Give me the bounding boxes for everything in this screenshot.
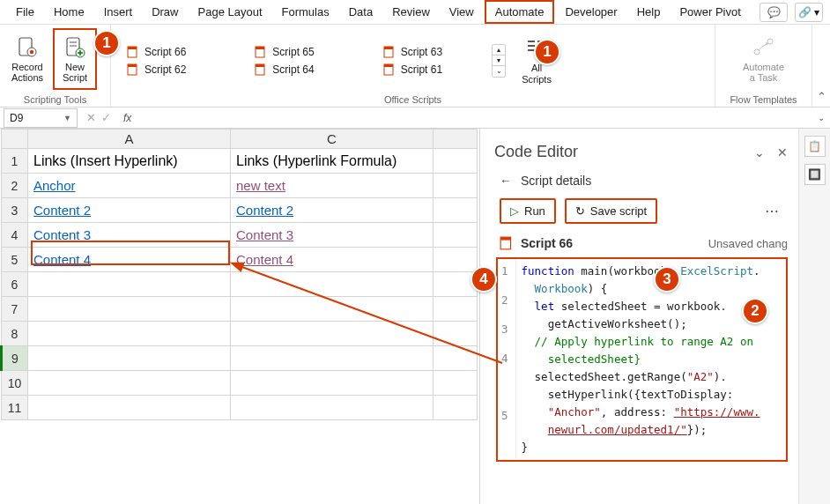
menu-file[interactable]: File bbox=[7, 2, 43, 22]
menu-view[interactable]: View bbox=[441, 2, 483, 22]
spreadsheet-area[interactable]: A C 1 Links (Insert Hyperlink) Links (Hy… bbox=[0, 129, 479, 504]
menu-automate[interactable]: Automate bbox=[485, 0, 555, 24]
name-box[interactable]: D9 ▼ bbox=[4, 108, 78, 128]
menu-help[interactable]: Help bbox=[628, 2, 670, 22]
code-editor[interactable]: 1 2 3 4 5 function main(workbook: ExcelS… bbox=[496, 257, 788, 462]
cell-a4[interactable]: Content 3 bbox=[28, 223, 231, 248]
script-item-65[interactable]: Script 65 bbox=[251, 44, 317, 60]
breadcrumb-label: Script details bbox=[521, 174, 591, 188]
cell-d2[interactable] bbox=[434, 174, 478, 198]
svg-rect-31 bbox=[500, 237, 510, 240]
menu-page-layout[interactable]: Page Layout bbox=[189, 2, 271, 22]
share-button[interactable]: 🔗 ▾ bbox=[795, 3, 823, 22]
cell-c4[interactable]: Content 3 bbox=[231, 223, 434, 248]
cell-a3[interactable]: Content 2 bbox=[28, 198, 231, 223]
cell-d1[interactable] bbox=[434, 149, 478, 174]
formula-bar: D9 ▼ ✕ ✓ fx ⌄ bbox=[0, 107, 830, 129]
sidebar-icon-1[interactable]: 📋 bbox=[804, 136, 826, 157]
record-actions-button[interactable]: RecordActions bbox=[5, 28, 49, 90]
cell-a2[interactable]: Anchor bbox=[28, 174, 231, 198]
panel-title: Code Editor bbox=[494, 143, 578, 161]
cell-c1[interactable]: Links (Hyperlink Formula) bbox=[231, 149, 434, 174]
run-script-button[interactable]: ▷ Run bbox=[500, 198, 556, 224]
menu-power-pivot[interactable]: Power Pivot bbox=[671, 2, 749, 22]
flow-icon bbox=[752, 35, 776, 60]
group-flow-templates-label: Flow Templates bbox=[721, 93, 806, 105]
scroll-down-icon[interactable]: ▾ bbox=[493, 56, 505, 66]
scroll-expand-icon[interactable]: ⌄ bbox=[493, 66, 505, 77]
cell-d5[interactable] bbox=[434, 248, 478, 272]
sidebar-icon-2[interactable]: 🔲 bbox=[804, 164, 826, 185]
unsaved-status: Unsaved chang bbox=[708, 237, 788, 250]
row-header-1[interactable]: 1 bbox=[2, 149, 28, 174]
group-scripting-tools-label: Scripting Tools bbox=[5, 93, 105, 105]
cell-a1[interactable]: Links (Insert Hyperlink) bbox=[28, 149, 231, 174]
select-all-corner[interactable] bbox=[2, 130, 28, 149]
ribbon-collapse-button[interactable]: ⌃ bbox=[812, 25, 830, 107]
formula-bar-expand[interactable]: ⌄ bbox=[812, 113, 830, 122]
accept-formula-icon[interactable]: ✓ bbox=[101, 111, 111, 124]
comments-button[interactable]: 💬 bbox=[760, 3, 788, 22]
script-item-63[interactable]: Script 63 bbox=[380, 44, 446, 60]
row-header-6[interactable]: 6 bbox=[2, 272, 28, 297]
play-icon: ▷ bbox=[510, 204, 519, 218]
svg-rect-20 bbox=[384, 64, 393, 67]
svg-point-2 bbox=[30, 50, 33, 54]
menu-draw[interactable]: Draw bbox=[143, 2, 187, 22]
cell-a5[interactable]: Content 4 bbox=[28, 248, 231, 272]
svg-rect-16 bbox=[256, 64, 264, 67]
record-icon bbox=[15, 35, 40, 60]
row-header-11[interactable]: 11 bbox=[2, 396, 28, 420]
back-arrow-icon[interactable]: ← bbox=[500, 174, 512, 188]
menu-review[interactable]: Review bbox=[383, 2, 439, 22]
svg-rect-14 bbox=[256, 47, 264, 49]
annotation-badge-4: 4 bbox=[471, 266, 497, 293]
script-name-label: Script 66 bbox=[521, 236, 573, 250]
cell-c3[interactable]: Content 2 bbox=[231, 198, 434, 223]
row-header-5[interactable]: 5 bbox=[2, 248, 28, 272]
col-header-a[interactable]: A bbox=[28, 130, 231, 149]
script-item-66[interactable]: Script 66 bbox=[123, 44, 189, 60]
cell-d3[interactable] bbox=[434, 198, 478, 223]
col-header-next[interactable] bbox=[434, 130, 478, 149]
row-header-9[interactable]: 9 bbox=[2, 346, 28, 371]
menu-home[interactable]: Home bbox=[45, 2, 93, 22]
row-header-8[interactable]: 8 bbox=[2, 322, 28, 346]
script-item-64[interactable]: Script 64 bbox=[251, 62, 317, 78]
namebox-dropdown-icon[interactable]: ▼ bbox=[63, 114, 71, 122]
line-number-gutter: 1 2 3 4 5 bbox=[498, 259, 516, 460]
save-script-button[interactable]: ↻ Save script bbox=[565, 198, 657, 224]
script-item-62[interactable]: Script 62 bbox=[123, 62, 189, 78]
right-sidebar-strip: 📋 🔲 bbox=[798, 129, 830, 504]
menu-formulas[interactable]: Formulas bbox=[273, 2, 338, 22]
more-options-button[interactable]: ⋯ bbox=[765, 203, 788, 219]
cell-d4[interactable] bbox=[434, 223, 478, 248]
svg-rect-21 bbox=[528, 41, 535, 42]
row-header-2[interactable]: 2 bbox=[2, 174, 28, 198]
row-header-10[interactable]: 10 bbox=[2, 371, 28, 396]
svg-rect-18 bbox=[384, 47, 393, 49]
row-header-4[interactable]: 4 bbox=[2, 223, 28, 248]
col-header-c[interactable]: C bbox=[231, 130, 434, 149]
cancel-formula-icon[interactable]: ✕ bbox=[86, 111, 96, 124]
svg-rect-12 bbox=[128, 64, 137, 67]
menu-developer[interactable]: Developer bbox=[556, 2, 626, 22]
panel-collapse-icon[interactable]: ⌄ bbox=[754, 145, 765, 159]
fx-label[interactable]: fx bbox=[123, 112, 131, 124]
scroll-up-icon[interactable]: ▴ bbox=[493, 45, 505, 56]
cell-c2[interactable]: new text bbox=[231, 174, 434, 198]
panel-close-icon[interactable]: ✕ bbox=[777, 145, 788, 159]
menu-insert[interactable]: Insert bbox=[95, 2, 142, 22]
row-header-3[interactable]: 3 bbox=[2, 198, 28, 223]
automate-task-button[interactable]: Automatea Task bbox=[742, 28, 786, 90]
annotation-badge-1b: 1 bbox=[534, 39, 560, 65]
menu-data[interactable]: Data bbox=[340, 2, 382, 22]
new-script-icon bbox=[63, 35, 87, 60]
new-script-button[interactable]: NewScript bbox=[53, 28, 97, 90]
svg-rect-10 bbox=[128, 47, 137, 49]
cell-c5[interactable]: Content 4 bbox=[231, 248, 434, 272]
script-item-61[interactable]: Script 61 bbox=[380, 62, 446, 78]
group-office-scripts-label: Office Scripts bbox=[116, 93, 709, 105]
script-gallery-scroller[interactable]: ▴ ▾ ⌄ bbox=[492, 44, 506, 78]
row-header-7[interactable]: 7 bbox=[2, 297, 28, 322]
